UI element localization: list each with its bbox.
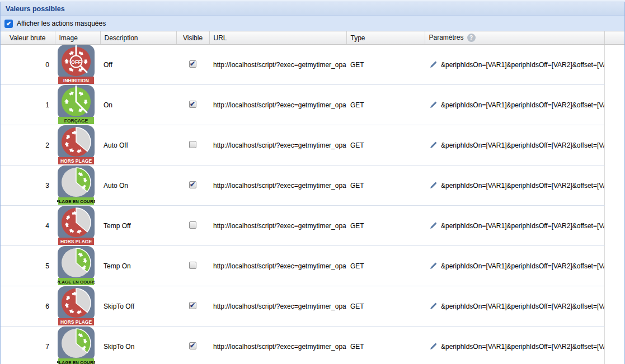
visible-checkbox[interactable] — [189, 60, 196, 68]
svg-text:PLAGE EN COURS: PLAGE EN COURS — [57, 360, 95, 364]
state-image-icon: PLAGE EN COURS — [57, 246, 100, 286]
table-header-row: Valeur brute Image Description Visible U… — [1, 31, 624, 45]
pencil-icon[interactable] — [429, 181, 438, 190]
cell-image: FORÇAGE — [55, 85, 100, 125]
visible-checkbox[interactable] — [189, 262, 196, 269]
cell-value: 4 — [1, 206, 55, 246]
cell-url: http://localhost/script/?exec=getmytimer… — [209, 45, 346, 85]
table-row: 3 PLAGE EN COURS Auto On http://localhos… — [1, 166, 624, 206]
cell-type: GET — [346, 246, 425, 286]
cell-description: On — [100, 85, 176, 125]
cell-type: GET — [346, 206, 425, 246]
cell-empty — [604, 246, 624, 286]
cell-type: GET — [346, 166, 425, 206]
cell-url: http://localhost/script/?exec=getmytimer… — [209, 327, 346, 364]
cell-description: SkipTo On — [100, 327, 176, 364]
table-row: 6 HORS PLAGE SkipTo Off http://localhost… — [1, 286, 624, 327]
cell-description: Auto On — [100, 166, 176, 206]
pencil-icon[interactable] — [429, 302, 438, 310]
svg-text:OFF: OFF — [71, 59, 81, 65]
panel-titlebar: Valeurs possibles — [1, 2, 624, 16]
pencil-icon[interactable] — [429, 60, 438, 69]
state-image-icon: HORS PLAGE — [57, 206, 100, 245]
cell-empty — [604, 206, 624, 246]
values-table: Valeur brute Image Description Visible U… — [1, 31, 624, 364]
pencil-icon[interactable] — [429, 262, 438, 270]
cell-value: 3 — [1, 166, 55, 206]
cell-type: GET — [346, 125, 425, 166]
visible-checkbox[interactable] — [189, 221, 196, 229]
svg-text:HORS PLAGE: HORS PLAGE — [60, 239, 92, 244]
cell-params-text: &periphIdsOn=[VAR1]&periphIdsOff=[VAR2]&… — [441, 141, 604, 149]
cell-params-text: &periphIdsOn=[VAR1]&periphIdsOff=[VAR2]&… — [441, 61, 604, 69]
cell-params-text: &periphIdsOn=[VAR1]&periphIdsOff=[VAR2]&… — [441, 302, 604, 310]
visible-checkbox[interactable] — [189, 101, 196, 108]
cell-image: OFF INHIBITION — [55, 45, 100, 85]
cell-value: 6 — [1, 286, 55, 327]
cell-type: GET — [346, 327, 425, 364]
cell-image: HORS PLAGE — [55, 125, 100, 166]
valeurs-possibles-panel: Valeurs possibles ✔ Afficher les actions… — [0, 2, 625, 364]
cell-url: http://localhost/script/?exec=getmytimer… — [209, 246, 346, 286]
pencil-icon[interactable] — [429, 221, 438, 230]
pencil-icon[interactable] — [429, 141, 438, 149]
state-image-icon: PLAGE EN COURS — [57, 166, 100, 205]
help-icon[interactable]: ? — [467, 34, 476, 42]
svg-text:HORS PLAGE: HORS PLAGE — [60, 319, 92, 325]
cell-description: SkipTo Off — [100, 286, 176, 327]
cell-image: HORS PLAGE — [55, 206, 100, 246]
col-header-image: Image — [55, 31, 100, 45]
visible-checkbox[interactable] — [189, 141, 196, 148]
cell-params-text: &periphIdsOn=[VAR1]&periphIdsOff=[VAR2]&… — [441, 262, 604, 270]
cell-type: GET — [346, 45, 425, 85]
cell-image: HORS PLAGE — [55, 286, 100, 327]
cell-empty — [604, 327, 624, 364]
cell-empty — [604, 85, 624, 125]
cell-description: Auto Off — [100, 125, 176, 166]
state-image-icon: OFF INHIBITION — [57, 45, 100, 84]
cell-empty — [604, 125, 624, 166]
cell-params-text: &periphIdsOn=[VAR1]&periphIdsOff=[VAR2]&… — [441, 182, 604, 190]
col-header-type: Type — [346, 31, 425, 45]
show-hidden-checkbox[interactable]: ✔ — [4, 20, 13, 28]
table-row: 2 HORS PLAGE Auto Off http://localhost/s… — [1, 125, 624, 166]
cell-empty — [604, 286, 624, 327]
table-row: 4 HORS PLAGE Temp Off http://localhost/s… — [1, 206, 624, 246]
col-header-description: Description — [100, 31, 176, 45]
cell-params-text: &periphIdsOn=[VAR1]&periphIdsOff=[VAR2]&… — [441, 222, 604, 230]
cell-url: http://localhost/script/?exec=getmytimer… — [209, 85, 346, 125]
state-image-icon: HORS PLAGE — [57, 286, 100, 326]
visible-checkbox[interactable] — [189, 181, 196, 188]
cell-type: GET — [346, 85, 425, 125]
cell-empty — [604, 166, 624, 206]
svg-text:FORÇAGE: FORÇAGE — [64, 118, 88, 124]
pencil-icon[interactable] — [429, 101, 438, 109]
cell-url: http://localhost/script/?exec=getmytimer… — [209, 286, 346, 327]
col-header-visible: Visible — [176, 31, 209, 45]
pencil-icon[interactable] — [429, 342, 438, 351]
cell-image: PLAGE EN COURS — [55, 327, 100, 364]
cell-value: 0 — [1, 45, 55, 85]
table-row: 0 OFF INHIBITION Off http://localhost/sc… — [1, 45, 624, 85]
svg-text:PLAGE EN COURS: PLAGE EN COURS — [57, 280, 95, 285]
cell-url: http://localhost/script/?exec=getmytimer… — [209, 206, 346, 246]
cell-value: 2 — [1, 125, 55, 166]
cell-description: Temp Off — [100, 206, 176, 246]
svg-text:PLAGE EN COURS: PLAGE EN COURS — [57, 199, 95, 204]
page: Valeurs possibles ✔ Afficher les actions… — [0, 0, 625, 364]
table-row: 7 PLAGE EN COURS SkipTo On http://localh… — [1, 327, 624, 364]
cell-image: PLAGE EN COURS — [55, 166, 100, 206]
cell-url: http://localhost/script/?exec=getmytimer… — [209, 166, 346, 206]
cell-description: Temp On — [100, 246, 176, 286]
table-row: 5 PLAGE EN COURS Temp On http://localhos… — [1, 246, 624, 286]
show-hidden-label: Afficher les actions masquées — [17, 20, 106, 27]
svg-text:HORS PLAGE: HORS PLAGE — [60, 158, 92, 164]
visible-checkbox[interactable] — [189, 302, 196, 309]
table-body: 0 OFF INHIBITION Off http://localhost/sc… — [1, 45, 624, 364]
cell-value: 7 — [1, 327, 55, 364]
col-header-url: URL — [209, 31, 346, 45]
state-image-icon: PLAGE EN COURS — [57, 327, 100, 364]
svg-text:INHIBITION: INHIBITION — [63, 78, 89, 83]
col-header-empty — [604, 31, 624, 45]
visible-checkbox[interactable] — [189, 342, 196, 349]
